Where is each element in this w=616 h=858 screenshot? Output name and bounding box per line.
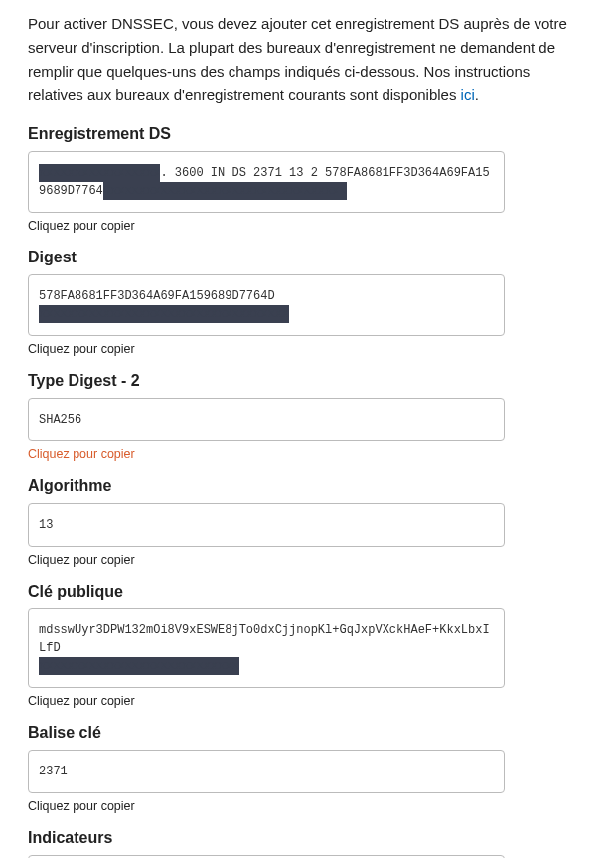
intro-text-after: . [475,86,479,103]
field-label-ds-record: Enregistrement DS [28,125,588,143]
field-flags: Indicateurs 257 (KSK) Cliquez pour copie… [28,829,588,858]
field-ds-record: Enregistrement DS xxxxxxxxxxxxxxxxx. 360… [28,125,588,233]
redacted-segment: xxxxxxxxxxxxxxxxxxxxxxxxxxxxxxxxxxx [39,305,289,323]
copy-hint: Cliquez pour copier [28,342,588,356]
field-key-tag: Balise clé 2371 Cliquez pour copier [28,724,588,813]
intro-text-before: Pour activer DNSSEC, vous devez ajouter … [28,15,567,103]
field-algorithm: Algorithme 13 Cliquez pour copier [28,477,588,567]
copy-hint: Cliquez pour copier [28,219,588,233]
field-label-digest-type: Type Digest - 2 [28,372,588,390]
code-box-ds-record[interactable]: xxxxxxxxxxxxxxxxx. 3600 IN DS 2371 13 2 … [28,151,505,213]
copy-hint: Cliquez pour copier [28,553,588,567]
code-box-public-key[interactable]: mdsswUyr3DPW132mOi8V9xESWE8jTo0dxCjjnopK… [28,608,505,688]
code-box-key-tag[interactable]: 2371 [28,750,505,793]
copy-hint-active: Cliquez pour copier [28,447,588,461]
public-key-value-part: mdsswUyr3DPW132mOi8V9xESWE8jTo0dxCjjnopK… [39,623,490,655]
code-box-algorithm[interactable]: 13 [28,503,505,547]
field-label-digest: Digest [28,249,588,266]
digest-value-part: 578FA8681FF3D364A69FA159689D7764D [39,289,275,303]
field-label-algorithm: Algorithme [28,477,588,495]
redacted-segment: xxxxxxxxxxxxxxxxxxxxxxxxxxxx [39,657,239,675]
field-label-flags: Indicateurs [28,829,588,847]
redacted-segment: xxxxxxxxxxxxxxxxx [39,164,160,182]
redacted-segment: Dxxxxxxxxxxxxxxxxxxxxxxxxxxxxxxxxx [103,182,347,200]
instructions-link[interactable]: ici [461,86,475,103]
copy-hint: Cliquez pour copier [28,694,588,708]
field-public-key: Clé publique mdsswUyr3DPW132mOi8V9xESWE8… [28,583,588,708]
field-label-public-key: Clé publique [28,583,588,601]
code-box-digest-type[interactable]: SHA256 [28,398,505,441]
intro-text: Pour activer DNSSEC, vous devez ajouter … [28,12,588,107]
code-box-digest[interactable]: 578FA8681FF3D364A69FA159689D7764Dxxxxxxx… [28,274,505,336]
field-digest-type: Type Digest - 2 SHA256 Cliquez pour copi… [28,372,588,461]
field-digest: Digest 578FA8681FF3D364A69FA159689D7764D… [28,249,588,356]
copy-hint: Cliquez pour copier [28,799,588,813]
field-label-key-tag: Balise clé [28,724,588,742]
